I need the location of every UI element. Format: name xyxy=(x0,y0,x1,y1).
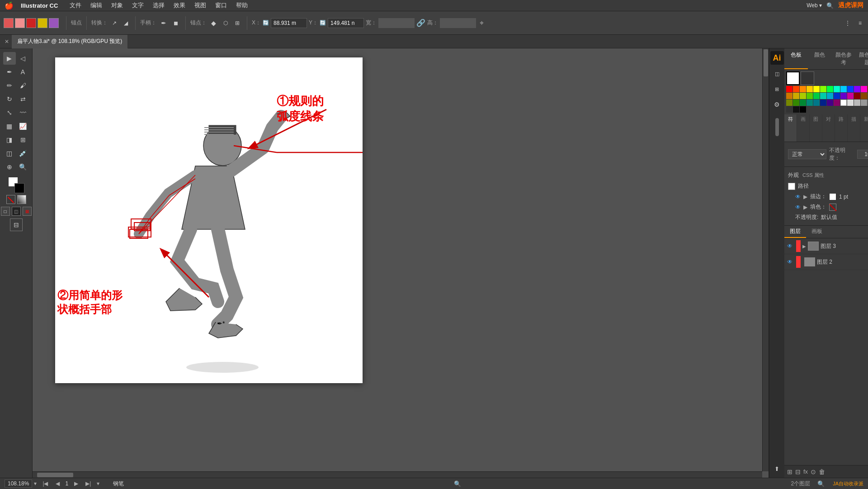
swatch-item[interactable] xyxy=(861,100,867,106)
scale-tool-icon[interactable]: ⤡ xyxy=(3,106,16,119)
current-fg-swatch[interactable] xyxy=(786,71,800,85)
direct-select-icon[interactable]: ◁ xyxy=(17,52,29,65)
layer-2-row[interactable]: 👁 图层 2 ○ xyxy=(784,254,868,270)
swatch-item[interactable] xyxy=(827,93,833,99)
fx-icon[interactable]: fx xyxy=(803,468,808,475)
artboard-tool-icon[interactable]: ⊟ xyxy=(10,218,23,231)
swatch-item[interactable] xyxy=(820,86,826,92)
text-tool-icon[interactable]: A xyxy=(17,66,29,78)
fill-none-swatch[interactable] xyxy=(829,204,836,211)
swatch-item[interactable] xyxy=(840,86,847,92)
sub-tab-miao[interactable]: 描 xyxy=(848,114,860,142)
brush-tool-icon[interactable]: 🖌 xyxy=(17,79,29,92)
opacity-value[interactable]: 100% xyxy=(857,150,868,159)
sub-tab-hua[interactable]: 画 xyxy=(797,114,810,142)
tab-swatches[interactable]: 色板 xyxy=(784,48,808,69)
handle-btn2[interactable]: ◼ xyxy=(171,16,181,30)
swatch-item[interactable] xyxy=(786,106,793,113)
eyedropper-icon[interactable]: 💉 xyxy=(17,147,29,160)
vertical-scrollbar[interactable] xyxy=(762,48,769,471)
swatch-item[interactable] xyxy=(813,93,820,99)
swatch-item[interactable] xyxy=(800,100,806,106)
w-value[interactable] xyxy=(378,18,415,28)
outline-view-icon[interactable]: ◫ xyxy=(12,207,21,216)
swatch-darkred[interactable] xyxy=(26,18,36,28)
eye-icon[interactable]: 👁 xyxy=(795,194,801,200)
handle-btn1[interactable]: ✒ xyxy=(158,16,169,30)
swatch-item[interactable] xyxy=(813,100,820,106)
ai-logo-icon[interactable]: Ai xyxy=(770,51,784,65)
warp-tool-icon[interactable]: 〰 xyxy=(17,106,29,119)
align-btn[interactable]: ⋮ xyxy=(842,16,853,30)
expand2-icon[interactable]: ▶ xyxy=(803,204,807,210)
swatch-item[interactable] xyxy=(807,100,813,106)
search-icon[interactable]: 🔍 xyxy=(826,2,834,9)
layer2-vis-icon[interactable]: 👁 xyxy=(787,259,794,265)
tab-color-theme[interactable]: 颜色主题 xyxy=(855,48,868,69)
document-tab[interactable]: 扁平人物3.ai* @ 108.18% (RGB/GPU 预览) xyxy=(12,35,128,48)
nav-first-btn[interactable]: |◀ xyxy=(41,480,49,487)
nav-next-btn[interactable]: ▶ xyxy=(73,480,80,487)
swatch-item[interactable] xyxy=(854,86,860,92)
close-tab-btn[interactable]: ✕ xyxy=(5,38,9,45)
page-number[interactable]: 1 xyxy=(66,480,69,487)
nav-last-btn[interactable]: ▶| xyxy=(84,480,92,487)
settings-icon[interactable]: ⚙ xyxy=(771,98,783,111)
swatch-item[interactable] xyxy=(800,86,806,92)
tab-color[interactable]: 颜色 xyxy=(808,48,831,69)
zoom-out-icon[interactable]: 🔍 xyxy=(17,161,29,173)
swatch-item[interactable] xyxy=(847,86,854,92)
pen-tool-icon[interactable]: ✒ xyxy=(3,66,16,78)
nav-prev-btn[interactable]: ◀ xyxy=(54,480,61,487)
swatch-item[interactable] xyxy=(834,93,840,99)
export-icon[interactable]: ⬆ xyxy=(771,462,783,475)
swatch-item[interactable] xyxy=(827,100,833,106)
layer3-vis-icon[interactable]: 👁 xyxy=(787,243,794,249)
swatch-item[interactable] xyxy=(807,93,813,99)
menu-view[interactable]: 视图 xyxy=(190,1,211,9)
expand-icon[interactable]: ▶ xyxy=(803,194,807,200)
x-value[interactable]: 88.931 m xyxy=(271,18,307,28)
normal-view-icon[interactable]: □ xyxy=(1,207,10,216)
swatch-pink[interactable] xyxy=(15,18,25,28)
mesh-icon[interactable]: ⊞ xyxy=(17,133,29,146)
y-value[interactable]: 149.481 n xyxy=(328,18,364,28)
none-swatch[interactable] xyxy=(6,195,15,204)
tab-color-guide[interactable]: 颜色参考 xyxy=(831,48,855,69)
swatch-red[interactable] xyxy=(4,18,14,28)
menu-help[interactable]: 帮助 xyxy=(231,1,252,9)
swatch-item[interactable] xyxy=(840,93,847,99)
swatch-item[interactable] xyxy=(847,93,854,99)
bottom-search-icon[interactable]: 🔍 xyxy=(817,480,825,487)
sub-tab-tu[interactable]: 图 xyxy=(810,114,822,142)
point-btn2[interactable]: ⬡ xyxy=(221,16,231,30)
selection-tool-icon[interactable]: ▶ xyxy=(3,52,16,65)
delete-layer-icon[interactable]: 🗑 xyxy=(819,468,825,475)
swatch-item[interactable] xyxy=(813,86,820,92)
horizontal-scrollbar[interactable] xyxy=(33,471,762,478)
swatch-item[interactable] xyxy=(861,93,867,99)
mask-icon[interactable]: ⊙ xyxy=(811,468,816,475)
properties-icon[interactable]: ◫ xyxy=(771,67,783,80)
swatch-item[interactable] xyxy=(786,86,793,92)
menu-object[interactable]: 对象 xyxy=(107,1,127,9)
swatch-item[interactable] xyxy=(800,106,806,113)
swatch-item[interactable] xyxy=(854,93,860,99)
sub-tab-dui[interactable]: 对 xyxy=(822,114,835,142)
swatch-item[interactable] xyxy=(834,86,840,92)
vertical-scrollbar-thumb[interactable] xyxy=(764,49,768,76)
layer3-expand-icon[interactable]: ▶ xyxy=(802,244,806,249)
swatch-purple[interactable] xyxy=(49,18,59,28)
blend-mode-select[interactable]: 正常 正片叠底 滤色 xyxy=(788,149,826,159)
new-layer-icon[interactable]: ⊞ xyxy=(787,468,793,475)
menu-edit[interactable]: 编辑 xyxy=(86,1,107,9)
artboard-icon[interactable]: ⊠ xyxy=(23,207,32,216)
sub-tab-fu[interactable]: 符 xyxy=(784,114,797,142)
artboards-tab[interactable]: 画板 xyxy=(806,226,828,238)
point-btn3[interactable]: ⊞ xyxy=(232,16,242,30)
menu-effect[interactable]: 效果 xyxy=(169,1,190,9)
swatch-item[interactable] xyxy=(786,100,793,106)
horizontal-scrollbar-thumb[interactable] xyxy=(37,473,73,477)
zoom-dropdown-icon[interactable]: ▾ xyxy=(34,480,37,487)
convert-btn2[interactable]: ◢ xyxy=(121,16,131,30)
